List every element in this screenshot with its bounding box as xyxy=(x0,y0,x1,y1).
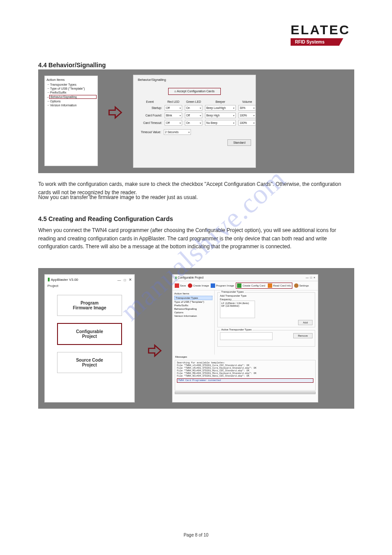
toolbar-create-image[interactable]: Create Image xyxy=(188,283,209,288)
toolbar-create-config-card[interactable]: Create Config Card xyxy=(237,283,265,288)
minimize-icon[interactable]: — xyxy=(306,276,309,279)
scrollbar[interactable] xyxy=(175,392,316,394)
brand-text: ELATEC xyxy=(291,23,363,36)
messages-highlight: TWN4 Card Programmer connected xyxy=(177,378,313,383)
cfg-tree-item[interactable]: Options xyxy=(174,311,212,314)
toolbar-read-card-info[interactable]: Read Card Info xyxy=(268,283,291,288)
timeout-value-select[interactable]: 2 Seconds▾ xyxy=(164,129,191,135)
column-header: Volume xyxy=(238,100,256,103)
maximize-icon[interactable]: □ xyxy=(310,276,312,279)
column-header: Beeper xyxy=(205,100,236,103)
appblaster-title: AppBlaster V3.00 xyxy=(51,278,78,282)
cardtimeout-greenled-select[interactable]: On▾ xyxy=(185,120,202,126)
startup-beeper-select[interactable]: Beep Low/High▾ xyxy=(205,105,236,111)
cardtimeout-volume-select[interactable]: 100%▾ xyxy=(238,120,256,126)
para-transfer: Now you can transfer the firmware image … xyxy=(38,193,354,202)
transponder-types-group: Transponder Types Add Transponder Type F… xyxy=(217,292,315,327)
startup-volume-select[interactable]: 30%▾ xyxy=(238,105,256,111)
cardfound-greenled-select[interactable]: Off▾ xyxy=(185,112,202,118)
menu-project[interactable]: Project xyxy=(45,284,134,288)
behavior-signalling-panel: Behavior/Signalling ☑ Accept Configurati… xyxy=(133,75,256,168)
timeout-value-label: Timeout Value: xyxy=(138,131,161,134)
configurable-project-window: ▮ Configurable Project — □ × Save Create… xyxy=(172,274,318,403)
configurable-project-button[interactable]: Configurable Project xyxy=(57,323,122,345)
messages-title: Messages xyxy=(173,355,318,358)
startup-redled-select[interactable]: Off▾ xyxy=(165,105,182,111)
row-label: Card Found: xyxy=(138,114,162,117)
accept-config-label: Accept Configuration Cards xyxy=(177,90,215,93)
figure-creating-reading: ▮ AppBlaster V3.00 — □ × Project Program… xyxy=(38,268,354,409)
cfg-tree-item[interactable]: Type of USB ("Template") xyxy=(174,300,212,304)
page-footer: Page 8 of 10 xyxy=(0,533,392,537)
cardtimeout-beeper-select: No Beep▾ xyxy=(205,120,236,126)
messages-box: Searching for available templates: File … xyxy=(175,360,316,391)
settings-icon xyxy=(294,283,298,288)
tree-item[interactable]: Type of USB ("Template") xyxy=(50,87,96,91)
section2-title: 4.5 Creating and Reading Configuration C… xyxy=(38,215,173,222)
brand-subtitle: RFID Systems xyxy=(291,38,339,46)
startup-greenled-select[interactable]: On▾ xyxy=(185,105,202,111)
card-question-icon xyxy=(268,283,272,288)
add-transponder-label: Add Transponder Type xyxy=(220,294,313,297)
figure-behavior-signalling: Action Items Transponder Types Type of U… xyxy=(38,69,354,173)
close-icon[interactable]: × xyxy=(313,276,315,279)
panel-title: Behavior/Signalling xyxy=(138,78,251,82)
card-plus-icon xyxy=(237,283,241,288)
app-icon: ▮ xyxy=(175,276,177,279)
toolbar-save[interactable]: Save xyxy=(175,283,186,288)
gear-icon xyxy=(188,283,192,288)
cfg-tree-item[interactable]: Behavior/Signalling xyxy=(174,307,212,311)
cfg-tree-item[interactable]: Version Information xyxy=(174,314,212,318)
highlighted-toolbar-group: Create Config Card Read Card Info xyxy=(236,283,292,289)
save-icon xyxy=(175,283,179,288)
app-icon: ▮ xyxy=(47,276,50,282)
close-icon[interactable]: × xyxy=(129,277,132,282)
cfg-tree-item[interactable]: Prefix/Suffix xyxy=(174,304,212,307)
tree-title: Action Items xyxy=(47,78,96,82)
maximize-icon[interactable]: □ xyxy=(124,278,126,282)
active-listbox[interactable] xyxy=(220,332,273,340)
cfg-title: Configurable Project xyxy=(178,276,204,279)
standard-button[interactable]: Standard xyxy=(227,139,251,146)
minimize-icon[interactable]: — xyxy=(117,278,121,282)
action-items-tree: Action Items Transponder Types Type of U… xyxy=(44,76,98,166)
section1-title: 4.4 Behavior/Signalling xyxy=(38,62,106,69)
freq-item[interactable]: HF (13.56MHz) xyxy=(221,305,254,307)
source-code-project-button[interactable]: Source Code Project xyxy=(57,352,122,373)
cfg-left-title: Action Items xyxy=(174,292,212,295)
remove-button[interactable]: Remove xyxy=(293,333,313,338)
toolbar-settings[interactable]: Settings xyxy=(294,283,309,288)
program-firmware-button[interactable]: Program Firmware Image xyxy=(57,295,122,316)
tree-item[interactable]: Transponder Types xyxy=(50,83,96,87)
active-transponder-group: Active Transponder Types Remove xyxy=(217,330,315,347)
frequency-listbox[interactable]: LF (125kHz / 134.2kHz) HF (13.56MHz) xyxy=(220,301,255,318)
add-button[interactable]: Add xyxy=(298,320,313,325)
tree-item[interactable]: Options xyxy=(50,99,96,103)
cardfound-beeper-select[interactable]: Beep High▾ xyxy=(205,112,236,118)
cardtimeout-redled-select[interactable]: Off▾ xyxy=(165,120,182,126)
para-creating: When you connect the TWN4 card programme… xyxy=(38,226,354,251)
column-header: Red LED xyxy=(165,100,182,103)
cfg-tree-item-selected[interactable]: Transponder Types xyxy=(174,296,212,300)
toolbar-program-image[interactable]: Program Image xyxy=(211,283,234,288)
cardfound-redled-select[interactable]: Blink▾ xyxy=(165,112,182,118)
tree-item[interactable]: Prefix/Suffix xyxy=(50,91,96,94)
column-header: Green LED xyxy=(185,100,202,103)
chip-icon xyxy=(211,283,215,288)
cardfound-volume-select[interactable]: 100%▾ xyxy=(238,112,256,118)
tree-item[interactable]: Version Information xyxy=(50,103,96,107)
tree-item-selected[interactable]: Behavior/Signalling xyxy=(49,95,97,99)
arrow-icon xyxy=(147,343,162,359)
appblaster-window: ▮ AppBlaster V3.00 — □ × Project Program… xyxy=(44,274,135,403)
arrow-icon xyxy=(108,105,123,120)
column-header: Event xyxy=(138,100,162,103)
accept-config-checkbox[interactable]: ☑ Accept Configuration Cards xyxy=(168,88,221,95)
row-label: Card Timeout: xyxy=(138,121,162,124)
row-label: Startup: xyxy=(138,106,162,109)
